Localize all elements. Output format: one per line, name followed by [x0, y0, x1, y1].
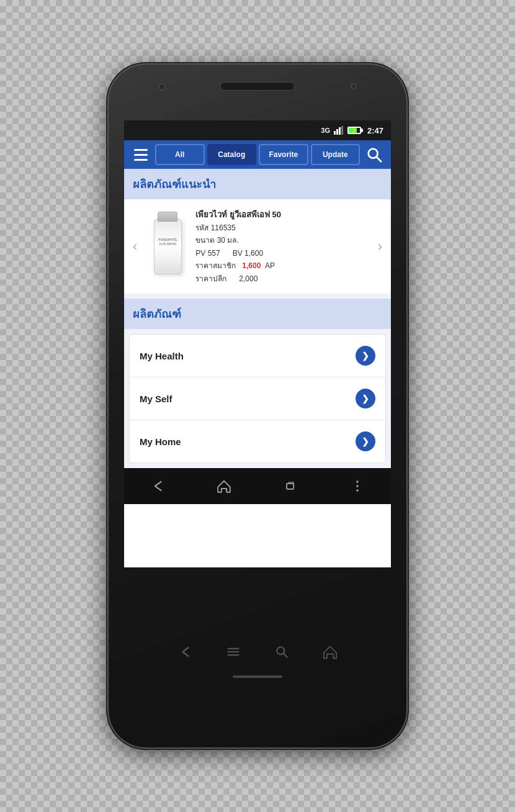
signal-bars-icon: [334, 126, 344, 135]
home-indicator: [233, 675, 282, 678]
bottle-label: PUREWHITEUVS SPF50: [156, 238, 180, 246]
my-home-arrow-icon: [356, 431, 375, 451]
phone-screen: 3G ⚡ 2:47 All Catalog Favorite: [124, 120, 391, 567]
my-self-label: My Self: [140, 394, 172, 404]
list-item-my-health[interactable]: My Health: [130, 335, 385, 377]
hamburger-button[interactable]: [129, 143, 153, 166]
svg-marker-6: [218, 481, 230, 492]
products-section-header: ผลิตภัณฑ์: [124, 299, 391, 329]
member-price-suffix: AP: [265, 261, 275, 270]
hw-search-button[interactable]: [273, 643, 290, 661]
recents-icon: [282, 477, 300, 495]
product-image: PUREWHITEUVS SPF50: [146, 215, 189, 277]
search-button[interactable]: [362, 143, 386, 166]
hamburger-line-3: [134, 159, 148, 161]
carousel-prev-button[interactable]: ‹: [130, 236, 140, 257]
retail-price-value: 2,000: [239, 274, 258, 283]
product-list: My Health My Self My Home: [129, 334, 386, 463]
my-health-label: My Health: [140, 351, 184, 361]
svg-rect-1: [336, 129, 338, 135]
svg-point-10: [357, 485, 359, 487]
hamburger-line-2: [134, 154, 148, 156]
retail-price-row: ราคาปลีก 2,000: [195, 273, 369, 285]
signal-indicator: 3G: [321, 127, 330, 134]
svg-rect-0: [334, 131, 336, 135]
svg-marker-17: [324, 646, 337, 658]
recents-button[interactable]: [279, 474, 303, 498]
tab-all[interactable]: All: [155, 144, 205, 165]
content-area: ผลิตภัณฑ์แนะนำ ‹ PUREWHITEUVS SPF50 เพีย…: [124, 169, 391, 468]
home-button[interactable]: [212, 474, 236, 498]
front-camera: [158, 83, 166, 91]
svg-line-16: [284, 654, 287, 657]
battery-bolt: ⚡: [351, 128, 357, 133]
hw-back-button[interactable]: [176, 643, 194, 661]
nav-bar: All Catalog Favorite Update: [124, 140, 391, 169]
member-price-label: ราคาสมาชิก: [195, 261, 236, 270]
hw-home-button[interactable]: [321, 643, 339, 661]
carousel-next-button[interactable]: ›: [375, 236, 385, 257]
member-price-value: 1,600: [242, 261, 261, 270]
svg-line-5: [377, 157, 381, 161]
clock: 2:47: [367, 126, 383, 135]
hw-menu-button[interactable]: [225, 643, 242, 661]
products-section: ผลิตภัณฑ์ My Health My Self My Home: [124, 299, 391, 463]
product-pv: PV 557: [195, 249, 220, 258]
hw-back-icon: [177, 644, 192, 659]
svg-point-11: [357, 489, 359, 492]
svg-point-9: [357, 480, 359, 483]
product-code: รหัส 116535: [195, 222, 369, 234]
tab-favorite[interactable]: Favorite: [259, 144, 308, 165]
featured-product-card: ‹ PUREWHITEUVS SPF50 เพียวไวท์ ยูวีเอสพี…: [124, 199, 391, 294]
list-item-my-home[interactable]: My Home: [130, 420, 385, 462]
product-size: ขนาด 30 มล.: [195, 234, 369, 246]
back-button[interactable]: [145, 474, 170, 498]
list-item-my-self[interactable]: My Self: [130, 377, 385, 420]
product-name: เพียวไวท์ ยูวีเอสพีเอฟ 50: [195, 208, 369, 222]
member-price-row: ราคาสมาชิก 1,600 AP: [195, 259, 369, 272]
product-bottle: PUREWHITEUVS SPF50: [154, 219, 182, 274]
featured-section-header: ผลิตภัณฑ์แนะนำ: [124, 169, 391, 199]
menu-dots-icon: [349, 477, 366, 495]
tab-update[interactable]: Update: [311, 144, 361, 165]
hw-menu-icon: [226, 644, 241, 659]
my-self-arrow-icon: [356, 389, 375, 408]
hw-home-icon: [323, 644, 338, 659]
hw-search-icon: [274, 644, 289, 659]
phone-frame: 3G ⚡ 2:47 All Catalog Favorite: [109, 65, 406, 747]
svg-rect-2: [339, 127, 341, 135]
speaker: [220, 82, 295, 91]
product-pv-bv: PV 557 BV 1,600: [195, 247, 369, 259]
status-bar: 3G ⚡ 2:47: [124, 120, 391, 140]
back-icon: [149, 477, 166, 495]
my-health-arrow-icon: [356, 346, 375, 366]
android-nav-bar: [124, 468, 391, 504]
battery-icon: ⚡: [347, 127, 361, 134]
home-icon: [215, 477, 233, 495]
svg-rect-3: [341, 126, 343, 135]
svg-rect-7: [287, 484, 293, 489]
my-home-label: My Home: [140, 436, 181, 447]
product-info: เพียวไวท์ ยูวีเอสพีเอฟ 50 รหัส 116535 ขน…: [195, 208, 369, 285]
tab-catalog[interactable]: Catalog: [207, 144, 257, 165]
phone-bottom: [109, 567, 406, 747]
phone-top: [109, 65, 406, 120]
svg-rect-8: [289, 482, 293, 484]
hardware-buttons: [176, 643, 339, 661]
front-camera-2: [351, 83, 357, 89]
menu-dots-button[interactable]: [345, 474, 370, 498]
product-bv: BV 1,600: [233, 249, 263, 258]
retail-price-label: ราคาปลีก: [195, 274, 226, 283]
search-icon: [366, 147, 382, 163]
hamburger-line-1: [134, 149, 148, 151]
